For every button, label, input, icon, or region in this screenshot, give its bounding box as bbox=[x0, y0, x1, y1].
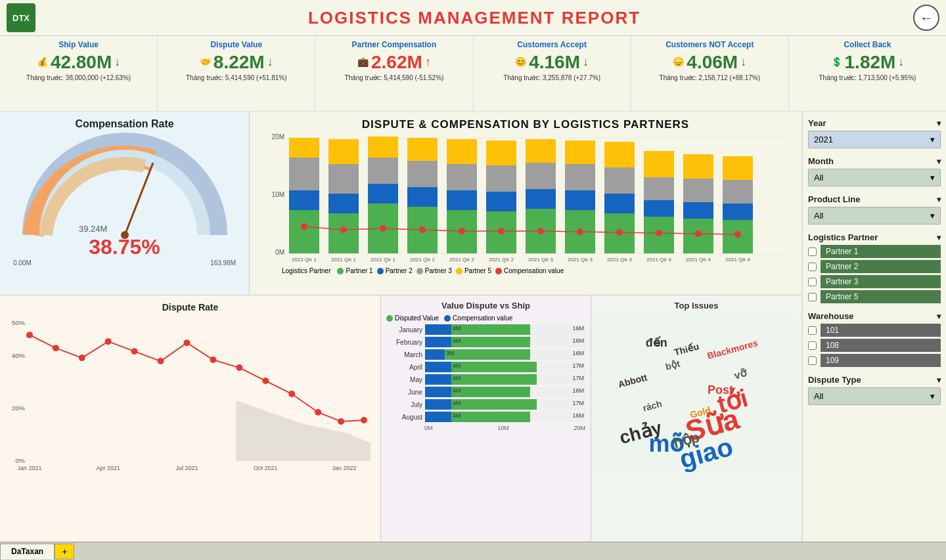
svg-rect-67 bbox=[723, 156, 753, 180]
svg-text:40%: 40% bbox=[12, 352, 25, 359]
svg-text:Oct 2021: Oct 2021 bbox=[254, 465, 277, 471]
hbar-row-4: May 4M 17M bbox=[386, 374, 585, 385]
warehouse-item-0: 101 bbox=[808, 324, 941, 337]
partner-item-2: Partner 3 bbox=[808, 275, 941, 288]
legend-partner5: Partner 5 bbox=[456, 267, 491, 274]
warehouse-checkbox-1[interactable] bbox=[808, 341, 817, 350]
kpi-title-5: Collect Back bbox=[796, 40, 939, 49]
svg-rect-16 bbox=[328, 164, 359, 194]
legend-disputed: Disputed Value bbox=[386, 314, 439, 322]
warehouse-item-2: 109 bbox=[808, 354, 941, 367]
warehouse-checkbox-2[interactable] bbox=[808, 356, 817, 365]
svg-rect-56 bbox=[644, 177, 674, 200]
warehouse-filter: Warehouse 101108109 bbox=[808, 311, 941, 367]
partner-checkbox-2[interactable] bbox=[808, 278, 817, 286]
svg-text:20%: 20% bbox=[12, 404, 25, 412]
svg-text:Apr 2021: Apr 2021 bbox=[97, 465, 120, 471]
top-issues-card: Top Issues tớiSữamỡgiaochảyhộpBlackmores… bbox=[591, 295, 801, 542]
month-dropdown[interactable]: All ▾ bbox=[808, 169, 941, 186]
svg-rect-40 bbox=[526, 189, 556, 209]
svg-rect-55 bbox=[644, 200, 674, 217]
word-14: Post bbox=[708, 383, 733, 397]
gauge-title: Compensation Rate bbox=[7, 118, 242, 130]
partner-checkbox-0[interactable] bbox=[808, 248, 817, 256]
year-chevron[interactable] bbox=[937, 118, 941, 128]
partner-checkbox-1[interactable] bbox=[808, 263, 817, 271]
partner-item-1: Partner 2 bbox=[808, 260, 941, 273]
hbar-track-2: 3M 16M bbox=[425, 349, 585, 360]
kpi-card-5: Collect Back 💲 1.82M ↓ Tháng trước: 1,71… bbox=[789, 36, 946, 111]
hbar-row-2: March 3M 16M bbox=[386, 349, 585, 360]
legend-logistics-partner: Logistics Partner bbox=[282, 267, 330, 274]
kpi-value-2: 2.62M bbox=[371, 52, 422, 73]
kpi-title-4: Customers NOT Accept bbox=[638, 40, 782, 49]
dispute-type-label: Dispute Type bbox=[808, 375, 941, 385]
svg-point-108 bbox=[184, 339, 191, 346]
dispute-type-chevron[interactable] bbox=[937, 375, 941, 385]
dispute-type-dropdown-chevron: ▾ bbox=[930, 391, 935, 401]
month-filter: Month All ▾ bbox=[808, 156, 941, 186]
svg-rect-17 bbox=[328, 139, 359, 164]
kpi-value-3: 4.16M bbox=[529, 52, 580, 73]
hbar-month-7: August bbox=[386, 414, 422, 421]
svg-point-113 bbox=[315, 409, 321, 416]
hbar-track-5: 4M 16M bbox=[425, 387, 585, 397]
svg-text:20M: 20M bbox=[272, 133, 284, 140]
hbar-row-1: February 4M 16M bbox=[386, 337, 585, 347]
kpi-sub-2: Tháng trước: 5,414,590 (-51.52%) bbox=[322, 74, 466, 81]
legend-comp-hbar: Compensation value bbox=[444, 314, 512, 322]
bar-chart-title: DISPUTE & COMPENSATION BY LOGISTICS PART… bbox=[259, 118, 792, 131]
word-11: bột bbox=[664, 358, 681, 372]
warehouse-chevron[interactable] bbox=[937, 311, 941, 321]
dispute-rate-card: Dispute Rate 50% 40% 20% 0% bbox=[0, 295, 381, 542]
svg-rect-10 bbox=[289, 190, 319, 210]
hbar-row-5: June 4M 16M bbox=[386, 387, 585, 397]
svg-text:39.24M: 39.24M bbox=[79, 224, 107, 234]
main-content: Compensation Rate 39.24M 38.75% bbox=[0, 112, 946, 542]
hbar-month-5: June bbox=[386, 389, 422, 396]
svg-rect-66 bbox=[723, 180, 753, 204]
bar-chart-card: DISPUTE & COMPENSATION BY LOGISTICS PART… bbox=[250, 112, 801, 295]
month-chevron[interactable] bbox=[937, 156, 941, 166]
svg-text:2021 Qtr 3: 2021 Qtr 3 bbox=[568, 257, 593, 263]
warehouse-checkbox-0[interactable] bbox=[808, 326, 817, 335]
svg-point-109 bbox=[210, 356, 216, 363]
year-dropdown[interactable]: 2021 ▾ bbox=[808, 131, 941, 148]
hbar-track-0: 4M 16M bbox=[425, 324, 585, 335]
svg-text:2021 Qtr 3: 2021 Qtr 3 bbox=[528, 257, 553, 263]
product-line-label: Product Line bbox=[808, 194, 941, 204]
kpi-title-2: Partner Compensation bbox=[322, 40, 466, 49]
tab-dataxan[interactable]: DaTaxan bbox=[0, 544, 55, 559]
warehouse-item-1: 108 bbox=[808, 339, 941, 352]
kpi-card-0: Ship Value 💰 42.80M ↓ Tháng trước: 38,00… bbox=[0, 36, 158, 111]
svg-rect-27 bbox=[407, 138, 438, 161]
tab-add-button[interactable]: + bbox=[55, 544, 74, 559]
partner-checkbox-3[interactable] bbox=[808, 293, 817, 301]
product-line-dropdown-chevron: ▾ bbox=[930, 211, 935, 221]
dispute-rate-title: Dispute Rate bbox=[7, 302, 374, 312]
partner-item-0: Partner 1 bbox=[808, 245, 941, 258]
svg-text:2021 Qtr 1: 2021 Qtr 1 bbox=[292, 257, 317, 263]
svg-text:0%: 0% bbox=[16, 457, 26, 464]
partner-item-3: Partner 5 bbox=[808, 290, 941, 303]
product-line-chevron[interactable] bbox=[937, 194, 941, 204]
warehouse-list: 101108109 bbox=[808, 324, 941, 367]
svg-rect-30 bbox=[447, 190, 477, 210]
svg-rect-9 bbox=[289, 210, 319, 253]
kpi-sub-5: Tháng trước: 1,713,500 (+5.95%) bbox=[796, 74, 939, 81]
svg-point-115 bbox=[361, 417, 367, 423]
legend-partner3: Partner 3 bbox=[417, 267, 452, 274]
product-line-dropdown[interactable]: All ▾ bbox=[808, 207, 941, 225]
svg-point-112 bbox=[288, 391, 295, 397]
word-9: đến bbox=[646, 335, 667, 350]
hbar-track-3: 4M 17M bbox=[425, 362, 585, 372]
warehouse-label: Warehouse bbox=[808, 311, 941, 321]
kpi-sub-1: Tháng trước: 5,414,590 (+51.81%) bbox=[164, 74, 308, 81]
year-label: Year bbox=[808, 118, 941, 128]
svg-point-104 bbox=[79, 355, 85, 361]
top-charts: Compensation Rate 39.24M 38.75% bbox=[0, 112, 801, 295]
logistics-partner-chevron[interactable] bbox=[937, 232, 941, 242]
back-button[interactable]: ← bbox=[913, 5, 939, 31]
dispute-type-dropdown[interactable]: All ▾ bbox=[808, 387, 941, 405]
partner-label-3: Partner 5 bbox=[821, 290, 941, 303]
